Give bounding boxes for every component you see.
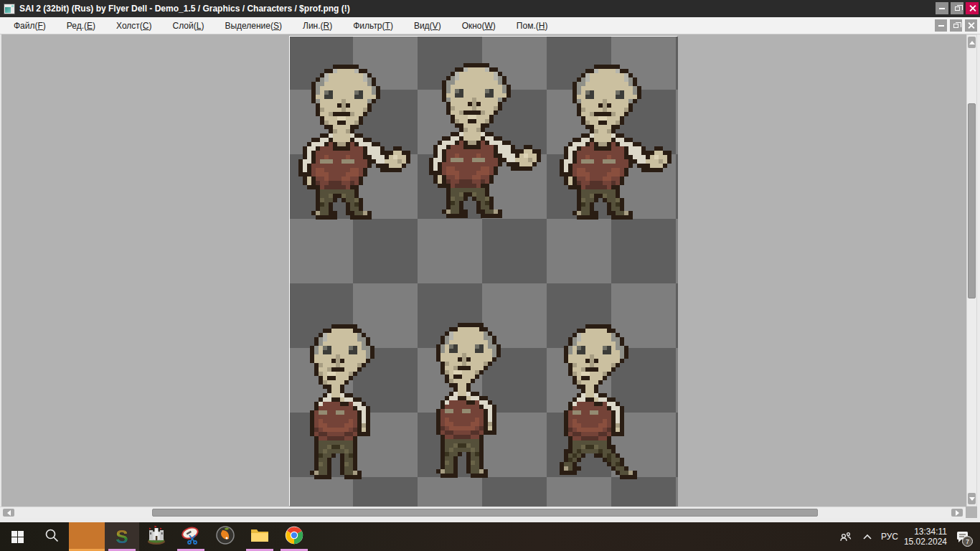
- taskbar-item-fl-studio[interactable]: [208, 522, 242, 551]
- doc-close-button[interactable]: [965, 19, 977, 32]
- taskbar-item-active-app[interactable]: [69, 522, 105, 551]
- menu-item-layer[interactable]: Слой(L): [166, 18, 212, 34]
- maximize-button[interactable]: [951, 2, 963, 14]
- vertical-scrollbar[interactable]: [966, 34, 977, 507]
- taskbar-item-chrome[interactable]: [277, 522, 311, 551]
- canvas-workspace[interactable]: [0, 34, 966, 507]
- document-window-controls: [935, 19, 977, 32]
- menu-item-edit[interactable]: Ред.(E): [60, 18, 103, 34]
- window-controls: [936, 2, 979, 14]
- fruit-icon: [215, 524, 236, 549]
- horizontal-scrollbar[interactable]: [0, 507, 966, 518]
- menu-item-ruler[interactable]: Лин.(R): [296, 18, 339, 34]
- people-icon[interactable]: [838, 522, 854, 551]
- sprite-front-1: [298, 65, 410, 220]
- arrow-left-icon: [7, 510, 11, 516]
- palette-scissors-icon: [180, 524, 202, 549]
- arrow-right-icon: [956, 510, 959, 516]
- scroll-down-button[interactable]: [968, 493, 976, 504]
- menu-item-selection[interactable]: Выделение(S): [217, 18, 289, 34]
- close-icon: [968, 22, 974, 29]
- taskbar-item-search[interactable]: [34, 522, 69, 551]
- sai-icon: S: [116, 527, 128, 546]
- taskbar-item-sai[interactable]: S: [105, 522, 139, 551]
- menu-item-window[interactable]: Окно(W): [455, 18, 503, 34]
- system-tray: РУС 13:34:11 15.02.2024 7: [838, 522, 980, 551]
- tray-time: 13:34:11: [904, 527, 947, 537]
- tray-clock[interactable]: 13:34:11 15.02.2024: [904, 527, 947, 547]
- scroll-right-button[interactable]: [951, 509, 963, 517]
- taskbar-item-paint-tool[interactable]: [174, 522, 208, 551]
- menu-item-view[interactable]: Вид(V): [407, 18, 448, 34]
- taskbar-item-explorer[interactable]: [242, 522, 277, 551]
- vertical-scroll-thumb[interactable]: [968, 103, 976, 298]
- folder-icon: [249, 524, 270, 549]
- language-indicator[interactable]: РУС: [881, 532, 898, 542]
- doc-minimize-button[interactable]: [935, 19, 947, 32]
- windows-logo-icon: [11, 531, 24, 543]
- tray-date: 15.02.2024: [904, 537, 947, 547]
- close-icon: [969, 5, 976, 11]
- notification-badge: 7: [962, 536, 973, 547]
- canvas-image[interactable]: [290, 37, 678, 507]
- menu-item-help[interactable]: Пом.(H): [509, 18, 555, 34]
- tray-chevron-icon[interactable]: [859, 522, 875, 551]
- taskbar-item-rpg-maker[interactable]: [139, 522, 174, 551]
- scroll-left-button[interactable]: [3, 509, 14, 517]
- menu-item-filter[interactable]: Фильтр(T): [346, 18, 400, 34]
- minimize-icon: [938, 25, 944, 27]
- start-button[interactable]: [0, 522, 34, 551]
- app-icon: [4, 4, 15, 14]
- doc-restore-button[interactable]: [950, 19, 962, 32]
- minimize-button[interactable]: [936, 2, 948, 14]
- notification-button[interactable]: 7: [953, 522, 973, 551]
- window-right-edge: [977, 34, 980, 518]
- arrow-down-icon: [969, 497, 975, 501]
- menubar: Файл(F)Ред.(E)Холст(C)Слой(L)Выделение(S…: [0, 17, 980, 34]
- sprite-side-1: [306, 324, 383, 479]
- titlebar: SAI 2 (32bit) (Rus) by Flyer Dell - Demo…: [0, 0, 980, 17]
- taskbar: S РУС 13:34:11 15.02.2024 7: [0, 522, 980, 551]
- menu-items: Файл(F)Ред.(E)Холст(C)Слой(L)Выделение(S…: [0, 18, 555, 34]
- menu-item-canvas[interactable]: Холст(C): [109, 18, 159, 34]
- close-button[interactable]: [966, 2, 979, 14]
- sprite-front-2: [429, 63, 541, 218]
- horizontal-scroll-thumb[interactable]: [152, 509, 818, 517]
- scroll-up-button[interactable]: [968, 37, 976, 48]
- arrow-up-icon: [969, 41, 975, 44]
- sprite-side-2: [432, 323, 509, 478]
- window-title: SAI 2 (32bit) (Rus) by Flyer Dell - Demo…: [19, 4, 350, 14]
- maximize-icon: [955, 6, 960, 11]
- sprite-front-3: [560, 65, 672, 220]
- search-icon: [44, 527, 60, 546]
- restore-icon: [953, 24, 958, 28]
- minimize-icon: [939, 8, 945, 9]
- sprite-side-walk: [560, 324, 637, 479]
- chrome-icon: [283, 524, 305, 549]
- castle-icon: [146, 524, 167, 549]
- menu-item-file[interactable]: Файл(F): [6, 18, 53, 34]
